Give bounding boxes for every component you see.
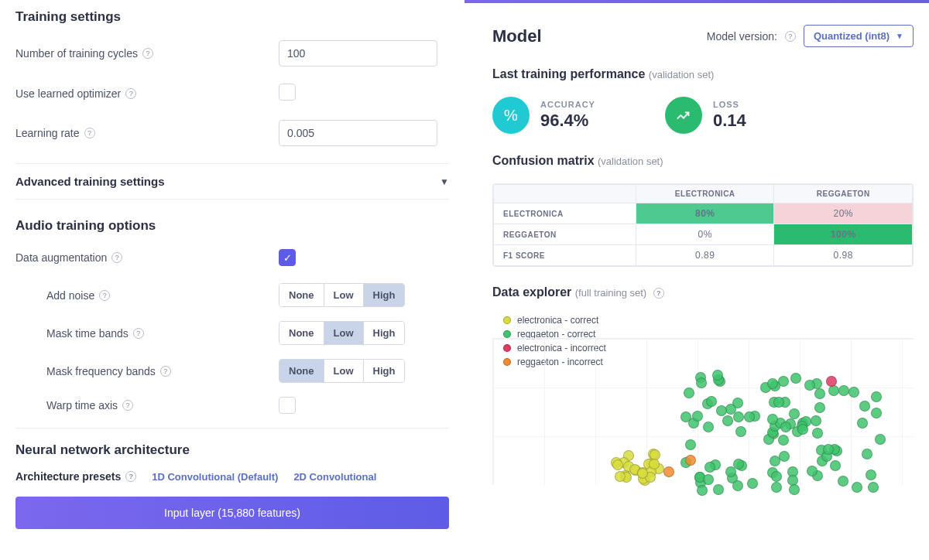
mask-time-low[interactable]: Low: [324, 322, 364, 344]
help-icon[interactable]: ?: [99, 290, 110, 301]
confusion-matrix-title: Confusion matrix (validation set): [492, 154, 914, 168]
input-layer-block: Input layer (15,880 features): [15, 497, 449, 529]
help-icon[interactable]: ?: [133, 328, 144, 339]
mask-freq-high[interactable]: High: [364, 360, 405, 382]
model-version-select[interactable]: Quantized (int8) ▼: [804, 25, 914, 47]
mask-freq-label: Mask frequency bands ?: [46, 365, 279, 377]
help-icon[interactable]: ?: [111, 252, 122, 263]
mask-freq-low[interactable]: Low: [324, 360, 364, 382]
mask-time-label: Mask time bands ?: [46, 327, 279, 340]
advanced-training-toggle[interactable]: Advanced training settings ▼: [15, 163, 449, 200]
architecture-title: Neural network architecture: [15, 442, 449, 458]
training-settings-title: Training settings: [15, 9, 449, 25]
learning-rate-input[interactable]: [279, 120, 437, 146]
learning-rate-label: Learning rate ?: [15, 127, 279, 139]
help-icon[interactable]: ?: [142, 48, 153, 59]
model-version-label: Model version:: [707, 30, 777, 43]
chevron-down-icon: ▼: [440, 176, 449, 187]
preset-1d-conv[interactable]: 1D Convolutional (Default): [152, 471, 278, 483]
model-title: Model: [492, 26, 542, 46]
audio-training-title: Audio training options: [15, 218, 449, 234]
training-cycles-label: Number of training cycles ?: [15, 47, 279, 60]
data-augmentation-label: Data augmentation ?: [15, 251, 279, 264]
help-icon[interactable]: ?: [125, 88, 136, 99]
mask-time-high[interactable]: High: [364, 322, 405, 344]
chevron-down-icon: ▼: [896, 32, 903, 40]
chart-icon: [665, 97, 702, 134]
architecture-presets-label: Architecture presets ?: [15, 470, 136, 483]
data-augmentation-checkbox[interactable]: ✓: [279, 249, 296, 266]
mask-time-none[interactable]: None: [279, 322, 324, 344]
preset-2d-conv[interactable]: 2D Convolutional: [293, 471, 376, 483]
percent-icon: %: [492, 97, 530, 134]
add-noise-high[interactable]: High: [364, 284, 405, 306]
warp-time-checkbox[interactable]: [279, 397, 296, 414]
add-noise-low[interactable]: Low: [324, 284, 364, 306]
data-explorer-title: Data explorer (full training set) ?: [492, 285, 914, 299]
add-noise-label: Add noise ?: [46, 289, 279, 302]
training-cycles-input[interactable]: [279, 40, 437, 67]
loss-metric: LOSS 0.14: [665, 97, 746, 134]
help-icon[interactable]: ?: [125, 471, 136, 482]
mask-time-toggle[interactable]: None Low High: [279, 321, 405, 345]
add-noise-none[interactable]: None: [279, 284, 324, 306]
help-icon[interactable]: ?: [84, 128, 95, 138]
mask-freq-none[interactable]: None: [279, 360, 324, 382]
help-icon[interactable]: ?: [160, 366, 171, 377]
accuracy-metric: % ACCURACY 96.4%: [492, 97, 595, 134]
warp-time-label: Warp time axis ?: [46, 399, 279, 411]
use-learned-optimizer-checkbox[interactable]: [279, 84, 296, 101]
last-training-perf-title: Last training performance (validation se…: [492, 67, 914, 81]
add-noise-toggle[interactable]: None Low High: [279, 283, 405, 307]
help-icon[interactable]: ?: [122, 400, 133, 411]
data-explorer-chart[interactable]: electronica - correct reggaeton - correc…: [492, 315, 914, 485]
confusion-matrix-table: ELECTRONICA REGGAETON ELECTRONICA 80% 20…: [492, 183, 914, 267]
help-icon[interactable]: ?: [785, 31, 796, 42]
help-icon[interactable]: ?: [653, 288, 664, 299]
use-learned-optimizer-label: Use learned optimizer ?: [15, 87, 279, 100]
advanced-training-title: Advanced training settings: [15, 175, 165, 188]
mask-freq-toggle[interactable]: None Low High: [279, 359, 405, 383]
